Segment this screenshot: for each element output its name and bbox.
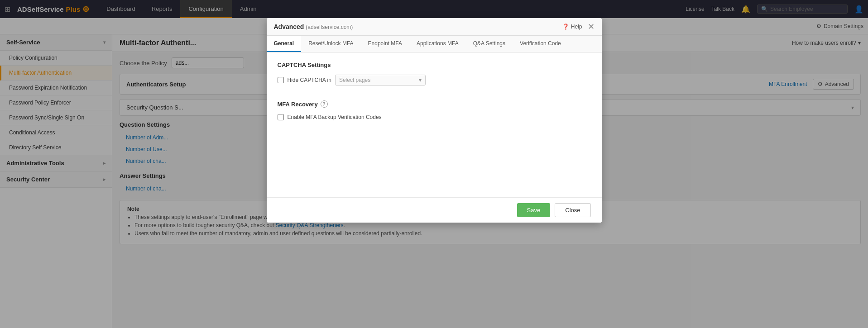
mfa-recovery-heading: MFA Recovery ? [278,100,591,108]
section-divider [278,93,591,93]
modal-body: CAPTCHA Settings Hide CAPTCHA in Select … [267,52,602,197]
question-circle-icon: ❓ [562,24,569,30]
modal-tab-applications-mfa[interactable]: Applications MFA [409,36,466,52]
mfa-recovery-help-icon[interactable]: ? [321,100,328,108]
modal-header: Advanced (adselfservice.com) ❓ Help ✕ [267,18,602,36]
modal-close-button[interactable]: ✕ [588,23,595,31]
modal-tab-endpoint-mfa[interactable]: Endpoint MFA [361,36,409,52]
modal-subdomain: (adselfservice.com) [306,24,353,30]
modal-title: Advanced (adselfservice.com) [274,23,353,30]
captcha-section-heading: CAPTCHA Settings [278,62,591,68]
hide-captcha-label: Hide CAPTCHA in [288,77,331,83]
hide-captcha-checkbox[interactable] [278,77,284,83]
help-button[interactable]: ❓ Help [562,24,582,30]
modal-footer: Save Close [267,197,602,223]
save-button[interactable]: Save [517,203,551,217]
mfa-recovery-label: MFA Recovery [278,101,318,108]
modal-tab-verification-code[interactable]: Verification Code [513,36,568,52]
help-label: Help [571,24,582,30]
hide-captcha-row: Hide CAPTCHA in Select pages ▾ [278,75,591,86]
modal-overlay: Advanced (adselfservice.com) ❓ Help ✕ Ge… [0,0,868,328]
close-button[interactable]: Close [555,203,590,217]
enable-backup-checkbox[interactable] [278,114,284,120]
enable-backup-label: Enable MFA Backup Verification Codes [288,114,382,120]
modal-tabs: General Reset/Unlock MFA Endpoint MFA Ap… [267,36,602,52]
modal-tab-reset-unlock-mfa[interactable]: Reset/Unlock MFA [301,36,360,52]
modal-header-actions: ❓ Help ✕ [562,23,595,31]
enable-backup-row: Enable MFA Backup Verification Codes [278,114,591,120]
advanced-modal: Advanced (adselfservice.com) ❓ Help ✕ Ge… [267,18,602,223]
modal-title-text: Advanced [274,23,304,30]
modal-tab-general[interactable]: General [267,36,302,52]
select-pages-placeholder: Select pages [339,77,370,83]
modal-tab-qa-settings[interactable]: Q&A Settings [466,36,513,52]
dropdown-arrow-icon: ▾ [419,77,422,83]
select-pages-dropdown[interactable]: Select pages ▾ [335,75,426,86]
